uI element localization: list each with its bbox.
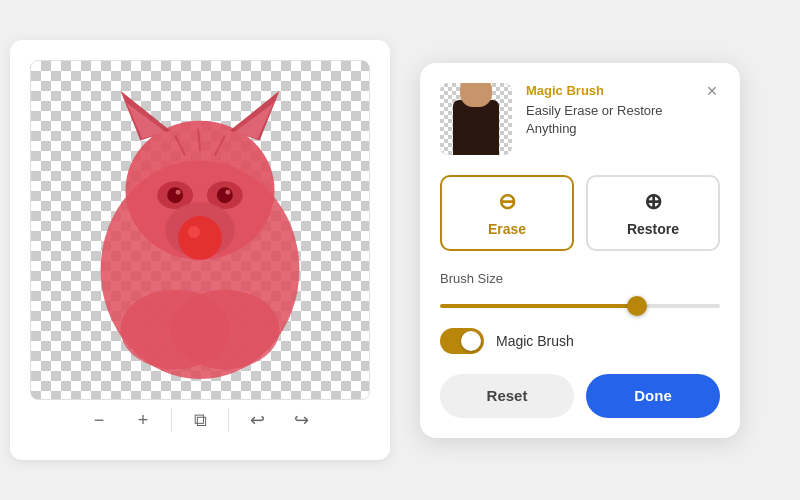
- preview-section: Magic Brush Easily Erase or Restore Anyt…: [440, 83, 720, 155]
- svg-point-10: [176, 190, 181, 195]
- erase-icon: ⊖: [498, 189, 516, 215]
- zoom-out-button[interactable]: −: [83, 404, 115, 436]
- canvas-image: [30, 60, 370, 400]
- divider-2: [228, 408, 229, 432]
- preview-title: Magic Brush: [526, 83, 690, 98]
- redo-icon: ↪: [294, 409, 309, 431]
- done-button[interactable]: Done: [586, 374, 720, 418]
- divider-1: [171, 408, 172, 432]
- preview-thumbnail: [440, 83, 512, 155]
- preview-text-block: Magic Brush Easily Erase or Restore Anyt…: [526, 83, 690, 138]
- zoom-out-icon: −: [94, 410, 105, 431]
- mode-buttons: ⊖ Erase ⊕ Restore: [440, 175, 720, 251]
- reset-button[interactable]: Reset: [440, 374, 574, 418]
- canvas-toolbar: − + ⧉ ↩ ↪: [83, 400, 317, 440]
- restore-mode-button[interactable]: ⊕ Restore: [586, 175, 720, 251]
- brush-size-slider[interactable]: [440, 304, 720, 308]
- close-button[interactable]: ×: [698, 77, 726, 105]
- preview-description: Easily Erase or Restore Anything: [526, 102, 690, 138]
- svg-point-8: [167, 187, 183, 203]
- erase-label: Erase: [488, 221, 526, 237]
- zoom-in-button[interactable]: +: [127, 404, 159, 436]
- zoom-in-icon: +: [138, 410, 149, 431]
- svg-point-11: [225, 190, 230, 195]
- main-container: − + ⧉ ↩ ↪ ×: [10, 40, 790, 460]
- svg-marker-4: [126, 103, 166, 139]
- undo-icon: ↩: [250, 409, 265, 431]
- dialog-panel: × Magic Brush Easily Erase or Restore An…: [420, 63, 740, 438]
- action-buttons: Reset Done: [440, 374, 720, 418]
- brush-size-section: Brush Size: [440, 271, 720, 312]
- svg-point-9: [217, 187, 233, 203]
- magic-brush-label: Magic Brush: [496, 333, 574, 349]
- redo-button[interactable]: ↪: [285, 404, 317, 436]
- brush-size-label: Brush Size: [440, 271, 720, 286]
- restore-label: Restore: [627, 221, 679, 237]
- svg-point-13: [178, 216, 222, 260]
- toggle-knob: [461, 331, 481, 351]
- layers-button[interactable]: ⧉: [184, 404, 216, 436]
- svg-point-16: [170, 290, 279, 370]
- canvas-area: − + ⧉ ↩ ↪: [10, 40, 390, 460]
- restore-icon: ⊕: [644, 189, 662, 215]
- layers-icon: ⧉: [194, 410, 207, 431]
- svg-point-14: [188, 226, 200, 238]
- wolf-svg: [31, 61, 369, 399]
- undo-button[interactable]: ↩: [241, 404, 273, 436]
- magic-brush-row: Magic Brush: [440, 328, 720, 354]
- erase-mode-button[interactable]: ⊖ Erase: [440, 175, 574, 251]
- magic-brush-toggle[interactable]: [440, 328, 484, 354]
